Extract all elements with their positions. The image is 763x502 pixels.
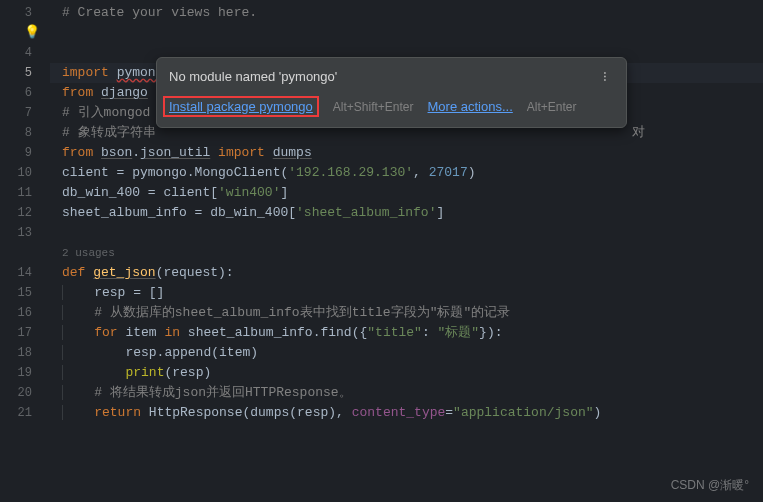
keyword-def: def [62,265,93,280]
code-text: (resp) [164,365,211,380]
lightbulb-icon[interactable]: 💡 [0,23,50,43]
code-text: resp.append(item) [63,345,258,360]
code-text: ] [436,205,444,220]
line-number: 21 [0,403,50,423]
tooltip-message: No module named 'pymongo' [169,69,604,84]
code-text: sheet_album_info = db_win_400[ [62,205,296,220]
code-text [63,365,125,380]
keyword-in: in [164,325,187,340]
dot: . [132,145,140,160]
symbol-dumps: dumps [273,145,312,160]
line-number [0,243,50,263]
comment: # 从数据库的sheet_album_info表中找到title字段为"标题"的… [63,305,510,320]
shortcut-hint: Alt+Enter [527,100,577,114]
code-line[interactable]: # Create your views here. [50,3,763,23]
string-literal: '192.168.29.130' [288,165,413,180]
keyword-return: return [63,405,149,420]
code-text: sheet_album_info.find({ [188,325,367,340]
comment: # 引入mongod [62,105,150,120]
string-literal: 'win400' [218,185,280,200]
code-text: (dumps(resp), [242,405,351,420]
code-line[interactable]: return HttpResponse(dumps(resp), content… [50,403,763,423]
code-line[interactable]: from bson.json_util import dumps [50,143,763,163]
builtin-print: print [125,365,164,380]
code-text: , [413,165,429,180]
code-text: }): [479,325,502,340]
code-text: ] [280,185,288,200]
code-line[interactable]: # 将结果转成json并返回HTTPResponse。 [50,383,763,403]
line-number: 18 [0,343,50,363]
gutter: 3 💡 4 5 6 7 8 9 10 11 12 13 14 15 16 17 … [0,0,50,502]
code-line[interactable] [50,23,763,43]
line-number: 3 [0,3,50,23]
code-line[interactable]: resp = [] [50,283,763,303]
line-number: 4 [0,43,50,63]
line-number: 5 [0,63,50,83]
line-number: 9 [0,143,50,163]
code-line[interactable]: # 从数据库的sheet_album_info表中找到title字段为"标题"的… [50,303,763,323]
line-number: 19 [0,363,50,383]
code-text: resp = [] [63,285,164,300]
shortcut-hint: Alt+Shift+Enter [333,100,414,114]
code-text: db_win_400 = client[ [62,185,218,200]
string-literal: 'sheet_album_info' [296,205,436,220]
usages-hint[interactable]: 2 usages [50,243,763,263]
string-literal: "标题" [438,325,480,340]
string-literal: "application/json" [453,405,593,420]
keyword-for: for [63,325,125,340]
class-httpresponse: HttpResponse [149,405,243,420]
function-name: get_json [93,265,155,280]
watermark: CSDN @渐暖° [671,477,749,494]
code-line[interactable]: db_win_400 = client['win400'] [50,183,763,203]
line-number: 8 [0,123,50,143]
comment: # Create your views here. [62,5,257,20]
code-line[interactable]: client = pymongo.MongoClient('192.168.29… [50,163,763,183]
comment: # 将结果转成json并返回HTTPResponse。 [63,385,352,400]
code-line[interactable] [50,223,763,243]
number-literal: 27017 [429,165,468,180]
code-text: ) [594,405,602,420]
line-number: 16 [0,303,50,323]
install-package-link[interactable]: Install package pymongo [163,96,319,117]
keyword-from: from [62,85,93,100]
line-number: 17 [0,323,50,343]
code-line[interactable]: def get_json(request): [50,263,763,283]
code-text: item [125,325,164,340]
code-text: client = pymongo.MongoClient( [62,165,288,180]
code-text: : [422,325,438,340]
error-tooltip: No module named 'pymongo' ... Install pa… [156,57,627,128]
comment: # 象转成字符串 [62,125,156,140]
line-number: 15 [0,283,50,303]
keyword-import: import [218,145,265,160]
code-text: (request): [156,265,234,280]
keyword-from: from [62,145,93,160]
more-icon[interactable]: ... [600,71,618,81]
comment: 对 [632,125,645,140]
line-number: 12 [0,203,50,223]
code-line[interactable]: sheet_album_info = db_win_400['sheet_alb… [50,203,763,223]
line-number: 20 [0,383,50,403]
line-number: 10 [0,163,50,183]
code-text: = [445,405,453,420]
code-line[interactable]: resp.append(item) [50,343,763,363]
code-line[interactable]: for item in sheet_album_info.find({"titl… [50,323,763,343]
string-literal: "title" [367,325,422,340]
module-jsonutil: json_util [140,145,210,160]
kwarg-content-type: content_type [352,405,446,420]
line-number: 13 [0,223,50,243]
line-number: 6 [0,83,50,103]
line-number: 7 [0,103,50,123]
module-django: django [101,85,148,100]
more-actions-link[interactable]: More actions... [428,99,513,114]
line-number: 14 [0,263,50,283]
code-text: ) [468,165,476,180]
keyword-import: import [62,65,109,80]
code-line[interactable]: print(resp) [50,363,763,383]
line-number: 11 [0,183,50,203]
module-bson: bson [101,145,132,160]
